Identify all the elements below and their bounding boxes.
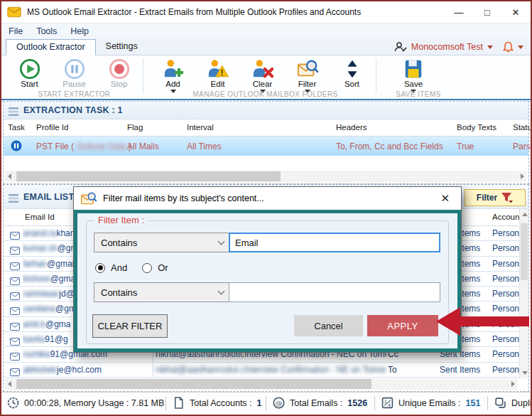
menu-item-tools[interactable]: Tools bbox=[36, 26, 57, 36]
toolbar-group-2: SaveSAVE ITEMS bbox=[378, 55, 439, 99]
title-bar: MS Outlook Email Extractor - Extract Ema… bbox=[1, 1, 531, 23]
account-caret-icon[interactable] bbox=[487, 46, 493, 49]
column-interval[interactable]: Interval bbox=[187, 123, 214, 132]
status-separator bbox=[374, 396, 375, 410]
status-value: 1 bbox=[257, 398, 262, 408]
email-tail: @gma bbox=[50, 274, 76, 284]
envelope-icon bbox=[10, 260, 20, 268]
filter-icon bbox=[297, 58, 318, 80]
minimize-button[interactable]: — bbox=[450, 7, 468, 18]
dialog-title: Filter mail items by its subject's conte… bbox=[103, 193, 264, 203]
status-item-clock: 00:00:28, Memory Usage : 7.81 MB bbox=[7, 397, 159, 409]
arrow-shaft bbox=[459, 316, 529, 326]
and-radio[interactable] bbox=[95, 263, 105, 273]
status-label: Total Emails : bbox=[290, 398, 342, 408]
list-icon bbox=[9, 193, 18, 201]
extraction-task-header: EXTRACTION TASK : 1 bbox=[4, 102, 528, 119]
envelope-icon bbox=[10, 245, 20, 252]
close-button[interactable]: ✕ bbox=[506, 7, 525, 18]
extraction-task-row[interactable]: PST File ( Outlook Data ) All Mails All … bbox=[4, 137, 528, 156]
task-status-icon bbox=[11, 140, 22, 151]
groupbox-label: Filter Item : bbox=[94, 215, 148, 225]
account-area[interactable]: Monocomsoft Test bbox=[394, 41, 531, 55]
menu-item-help[interactable]: Help bbox=[70, 26, 89, 36]
apply-button[interactable]: APPLY bbox=[367, 315, 438, 336]
svg-text:@: @ bbox=[276, 399, 283, 407]
dialog-body: Filter Item : Contains And Or Contains bbox=[74, 210, 461, 352]
tab-outlook-extractor[interactable]: Outlook Extractor bbox=[6, 39, 96, 55]
toolbar-button-label: Filter bbox=[298, 80, 317, 88]
column-flag[interactable]: Flag bbox=[127, 123, 143, 132]
filter-value-input-1[interactable] bbox=[229, 233, 440, 252]
scrollbar-thumb[interactable] bbox=[16, 171, 281, 181]
cell-account: Personal bbox=[492, 228, 522, 238]
condition-dropdown-1[interactable]: Contains bbox=[94, 233, 231, 252]
sort-icon bbox=[342, 58, 363, 80]
extraction-horizontal-scrollbar[interactable] bbox=[5, 171, 527, 182]
start-button[interactable]: Start bbox=[7, 55, 52, 88]
tabs: Outlook ExtractorSettings bbox=[6, 38, 148, 55]
edit-button[interactable]: Edit bbox=[195, 55, 240, 93]
window-controls: — □ ✕ bbox=[450, 7, 525, 18]
person-check-icon bbox=[394, 42, 407, 52]
column-body-texts[interactable]: Body Texts bbox=[457, 123, 496, 132]
cell-to-cc: To bbox=[388, 365, 416, 375]
condition-dropdown-2[interactable]: Contains bbox=[94, 282, 231, 302]
scroll-up-icon[interactable] bbox=[522, 213, 528, 216]
filter-list-button[interactable]: Filter bbox=[465, 189, 526, 206]
chevron-down-icon bbox=[218, 238, 225, 245]
email-vertical-scrollbar[interactable] bbox=[519, 209, 528, 378]
notification-bell-icon[interactable] bbox=[503, 41, 514, 53]
clear-icon bbox=[252, 58, 273, 80]
cancel-button[interactable]: Cancel bbox=[294, 315, 363, 336]
start-icon bbox=[19, 58, 40, 80]
scroll-right-icon[interactable] bbox=[511, 381, 515, 387]
column-task[interactable]: Task bbox=[8, 123, 25, 132]
or-radio[interactable] bbox=[142, 263, 152, 273]
redacted-email-prefix: ruchika bbox=[23, 349, 50, 359]
cell-headers: To, From, Cc and Bcc Fields bbox=[336, 142, 443, 151]
filter-button[interactable]: Filter bbox=[285, 55, 330, 93]
menu-item-file[interactable]: File bbox=[9, 26, 23, 36]
filter-value-input-2[interactable] bbox=[229, 282, 440, 302]
status-label: Duplicate Emails bbox=[511, 398, 531, 408]
save-button[interactable]: Save bbox=[388, 55, 439, 93]
email-tail: 91@g bbox=[45, 334, 67, 344]
scroll-down-icon[interactable] bbox=[522, 371, 528, 375]
clear-filter-button[interactable]: CLEAR FILTER bbox=[92, 314, 168, 338]
save-icon bbox=[403, 58, 424, 80]
clear-button[interactable]: Clear bbox=[240, 55, 285, 93]
cell-account: Personal bbox=[492, 274, 522, 284]
toolbar-buttons: Save bbox=[388, 55, 439, 93]
column-status[interactable]: Status bbox=[513, 123, 532, 132]
stop-button[interactable]: Stop bbox=[97, 55, 141, 88]
email-table-row[interactable]: abhishekje@hcl.comnikhat@aasthanrsolut.c… bbox=[4, 363, 528, 378]
svg-text:4: 4 bbox=[388, 402, 391, 408]
redacted-email-prefix: abhishek bbox=[23, 365, 57, 375]
status-item-file: Total Accounts :1 bbox=[173, 397, 259, 409]
sort-button[interactable]: Sort bbox=[330, 55, 374, 93]
column-headers[interactable]: Headers bbox=[336, 123, 367, 132]
clock-icon bbox=[7, 397, 19, 409]
condition-1-value: Contains bbox=[101, 238, 137, 248]
account-name[interactable]: Monocomsoft Test bbox=[411, 42, 483, 52]
pause-button[interactable]: Pause bbox=[52, 55, 97, 88]
scroll-left-icon[interactable] bbox=[8, 174, 11, 179]
tab-settings[interactable]: Settings bbox=[96, 39, 148, 55]
column-profile-id[interactable]: Profile Id bbox=[36, 123, 68, 132]
scrollbar-thumb[interactable] bbox=[16, 379, 371, 389]
email-horizontal-scrollbar[interactable] bbox=[5, 378, 518, 390]
bell-caret-icon[interactable] bbox=[518, 46, 523, 49]
add-button[interactable]: Add bbox=[151, 55, 195, 93]
scrollbar-thumb[interactable] bbox=[521, 223, 528, 280]
column-account: Account bbox=[492, 213, 522, 221]
maximize-button[interactable]: □ bbox=[478, 7, 496, 18]
scroll-right-icon[interactable] bbox=[521, 174, 524, 179]
scroll-left-icon[interactable] bbox=[8, 381, 11, 387]
cell-account: Personal bbox=[492, 365, 522, 375]
envelope-icon bbox=[10, 275, 20, 283]
at-icon: @ bbox=[273, 397, 285, 409]
dialog-close-button[interactable]: ✕ bbox=[436, 192, 454, 205]
status-item-duplicate: Duplicate Emails bbox=[494, 397, 531, 409]
toolbar-button-label: Start bbox=[21, 80, 38, 88]
